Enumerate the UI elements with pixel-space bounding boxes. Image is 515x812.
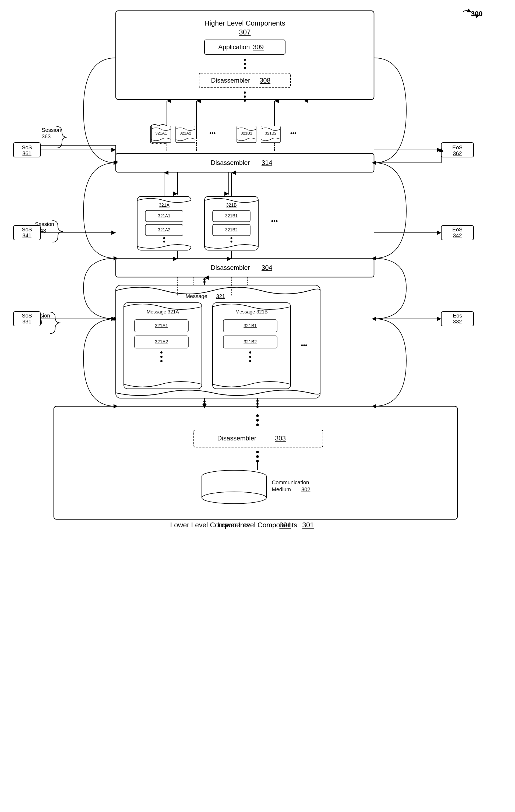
comm-medium-label: Communication bbox=[272, 480, 309, 485]
eos-332-label: Eos bbox=[453, 313, 462, 319]
svg-point-60 bbox=[160, 351, 163, 353]
tape-321A2-label-sm: 321A2 bbox=[179, 131, 191, 135]
tape-321A1-inner-label: 321A1 bbox=[158, 214, 170, 218]
svg-point-70 bbox=[203, 281, 206, 283]
msg-321A2-label: 321A2 bbox=[155, 339, 168, 344]
svg-point-44 bbox=[231, 241, 232, 243]
svg-point-62 bbox=[160, 360, 163, 362]
sos-341-ref: 341 bbox=[22, 232, 31, 238]
svg-point-7 bbox=[244, 91, 246, 94]
tape-321A1-label-sm: 321A1 bbox=[155, 131, 167, 135]
eos-362-ref: 362 bbox=[453, 150, 462, 156]
lower-level-text: Lower Level Components bbox=[170, 521, 250, 529]
tape-321B1-inner-label: 321B1 bbox=[225, 214, 237, 218]
application-ref: 309 bbox=[253, 43, 264, 51]
svg-point-71 bbox=[203, 278, 206, 280]
diagram-svg: 300 Higher Level Components 307 Applicat… bbox=[0, 0, 515, 812]
svg-point-84 bbox=[202, 492, 266, 504]
svg-point-73 bbox=[256, 414, 259, 417]
dots-343: ••• bbox=[271, 218, 278, 225]
disassembler-308-label: Disassembler bbox=[211, 77, 250, 84]
svg-point-67 bbox=[249, 356, 251, 358]
svg-point-75 bbox=[256, 424, 259, 426]
disassembler-308-ref: 308 bbox=[260, 77, 270, 84]
svg-point-74 bbox=[256, 419, 259, 422]
msg-321B-label: Message 321B bbox=[235, 309, 268, 315]
dots-363-ab: ••• bbox=[209, 130, 216, 137]
svg-point-78 bbox=[256, 455, 259, 458]
svg-point-38 bbox=[163, 237, 165, 239]
svg-point-92 bbox=[256, 403, 259, 405]
disassembler-314-ref: 314 bbox=[261, 159, 272, 166]
svg-rect-76 bbox=[194, 430, 323, 447]
msg-321B2-label: 321B2 bbox=[244, 339, 257, 344]
lower-level-ref: 301 bbox=[302, 521, 314, 529]
svg-point-68 bbox=[249, 360, 251, 362]
svg-point-87 bbox=[203, 403, 206, 405]
tape-321A2-inner-label: 321A2 bbox=[158, 228, 170, 232]
svg-point-66 bbox=[249, 351, 251, 353]
application-label: Application bbox=[218, 43, 250, 51]
sos-361-ref: 361 bbox=[22, 150, 31, 156]
disassembler-303-ref: 303 bbox=[275, 435, 286, 442]
session-363-ref: 363 bbox=[42, 134, 51, 139]
eos-342-ref: 342 bbox=[453, 232, 462, 238]
eos-332-ref: 332 bbox=[453, 319, 462, 324]
ref-300: 300 bbox=[471, 10, 482, 18]
svg-point-39 bbox=[163, 241, 165, 243]
tape-321B2-label-sm: 321B2 bbox=[265, 131, 276, 135]
sos-331-label: SoS bbox=[22, 313, 32, 319]
eos-342-label: EoS bbox=[452, 227, 462, 232]
session-363-text: Session bbox=[42, 127, 61, 133]
sos-361-label: SoS bbox=[22, 144, 32, 150]
eos-362-label: EoS bbox=[452, 144, 462, 150]
dots-msg-ab: ••• bbox=[301, 342, 307, 348]
msg-321A-label: Message 321A bbox=[147, 309, 179, 315]
svg-point-4 bbox=[244, 63, 246, 65]
tape-321B2-inner-label: 321B2 bbox=[225, 228, 237, 232]
higher-level-ref: 307 bbox=[239, 28, 251, 36]
msg-321A1-label: 321A1 bbox=[155, 323, 168, 328]
svg-point-9 bbox=[244, 99, 246, 102]
svg-point-43 bbox=[231, 237, 232, 239]
sos-331-ref: 331 bbox=[22, 319, 31, 324]
svg-point-61 bbox=[160, 356, 163, 358]
tape-321B1-label-sm: 321B1 bbox=[240, 131, 252, 135]
tape-321A-outer-label: 321A bbox=[159, 203, 170, 208]
comm-medium-label2: Medium bbox=[272, 487, 291, 492]
dots-363-b: ••• bbox=[290, 130, 296, 137]
svg-point-77 bbox=[256, 451, 259, 453]
disassembler-304-label: Disassembler bbox=[211, 264, 250, 271]
svg-point-5 bbox=[244, 67, 246, 69]
lower-level-ref2: 301 bbox=[279, 521, 291, 529]
tape-321B-outer-label: 321B bbox=[226, 203, 237, 208]
higher-level-title: Higher Level Components bbox=[204, 19, 285, 27]
svg-point-3 bbox=[244, 59, 246, 61]
svg-point-93 bbox=[256, 406, 259, 408]
comm-medium-ref: 302 bbox=[302, 487, 310, 492]
svg-point-86 bbox=[203, 400, 206, 403]
disassembler-314-label: Disassembler bbox=[211, 159, 250, 166]
disassembler-304-ref: 304 bbox=[261, 264, 272, 271]
message-321-label: Message bbox=[185, 293, 207, 299]
svg-point-91 bbox=[256, 400, 259, 402]
svg-point-8 bbox=[244, 95, 246, 98]
message-321-ref: 321 bbox=[216, 293, 225, 299]
disassembler-303-label: Disassembler bbox=[217, 435, 256, 442]
sos-341-label: SoS bbox=[22, 227, 32, 232]
msg-321B1-label: 321B1 bbox=[244, 323, 257, 328]
